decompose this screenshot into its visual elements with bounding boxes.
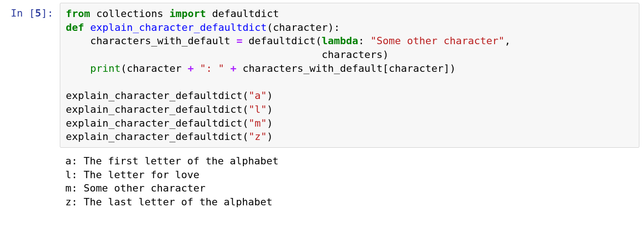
output-line: l: The letter for love — [65, 168, 639, 182]
code-line: characters_with_default = defaultdict(la… — [66, 34, 634, 48]
code-token: characters) — [66, 49, 389, 60]
code-token: defaultdict — [206, 8, 279, 19]
code-token: characters_with_default[character]) — [236, 63, 456, 74]
code-token: print — [90, 63, 121, 74]
output-line: m: Some other character — [65, 181, 639, 195]
code-line: def explain_character_defaultdict(charac… — [66, 21, 634, 35]
code-token — [224, 63, 230, 74]
code-token: import — [169, 8, 206, 19]
code-input-area[interactable]: from collections import defaultdictdef e… — [60, 3, 639, 148]
code-token: characters_with_default — [66, 35, 236, 46]
notebook-input-cell: In [5]: from collections import defaultd… — [0, 0, 644, 148]
code-line: explain_character_defaultdict("a") — [66, 89, 634, 103]
code-token: (character — [121, 63, 188, 74]
code-token: ": " — [200, 63, 224, 74]
code-line: explain_character_defaultdict("l") — [66, 103, 634, 116]
code-token: : — [358, 35, 371, 46]
prompt-number: 5 — [35, 7, 41, 19]
code-token: explain_character_defaultdict — [90, 22, 267, 33]
code-line — [66, 75, 634, 89]
code-line: explain_character_defaultdict("m") — [66, 116, 634, 130]
code-token: "l" — [248, 104, 267, 115]
code-token: explain_character_defaultdict( — [66, 131, 248, 142]
code-token: ) — [267, 117, 273, 129]
code-token: explain_character_defaultdict( — [66, 90, 248, 101]
code-token: defaultdict( — [242, 35, 322, 46]
code-token: ) — [267, 104, 273, 115]
code-token: + — [230, 63, 236, 74]
notebook-output-cell: a: The first letter of the alphabetl: Th… — [0, 148, 644, 209]
code-token: from — [66, 8, 90, 19]
code-output-area: a: The first letter of the alphabetl: Th… — [60, 151, 639, 209]
input-prompt: In [5]: — [0, 3, 60, 19]
output-line: a: The first letter of the alphabet — [65, 154, 639, 168]
code-token — [66, 63, 90, 74]
code-token: (character): — [267, 22, 340, 33]
code-token: lambda — [322, 35, 358, 46]
code-token: , — [505, 35, 511, 46]
code-token: collections — [90, 8, 169, 19]
code-token — [84, 22, 90, 33]
output-prompt-spacer — [0, 151, 60, 209]
code-token: "a" — [248, 90, 267, 101]
code-token — [194, 63, 200, 74]
code-token: + — [188, 63, 194, 74]
code-token: def — [66, 22, 84, 33]
code-token: "m" — [248, 117, 267, 129]
code-line: from collections import defaultdict — [66, 7, 634, 21]
code-token: "Some other character" — [370, 35, 504, 46]
code-token: = — [236, 35, 242, 46]
output-line: z: The last letter of the alphabet — [65, 195, 639, 209]
prompt-suffix: ]: — [41, 7, 54, 19]
code-token: ) — [267, 131, 273, 142]
code-token: explain_character_defaultdict( — [66, 104, 248, 115]
code-token: explain_character_defaultdict( — [66, 117, 248, 129]
code-token: ) — [267, 90, 273, 101]
code-token: "z" — [248, 131, 267, 142]
code-line: characters) — [66, 48, 634, 62]
code-line: print(character + ": " + characters_with… — [66, 62, 634, 76]
code-line: explain_character_defaultdict("z") — [66, 130, 634, 144]
prompt-prefix: In [ — [11, 7, 35, 19]
